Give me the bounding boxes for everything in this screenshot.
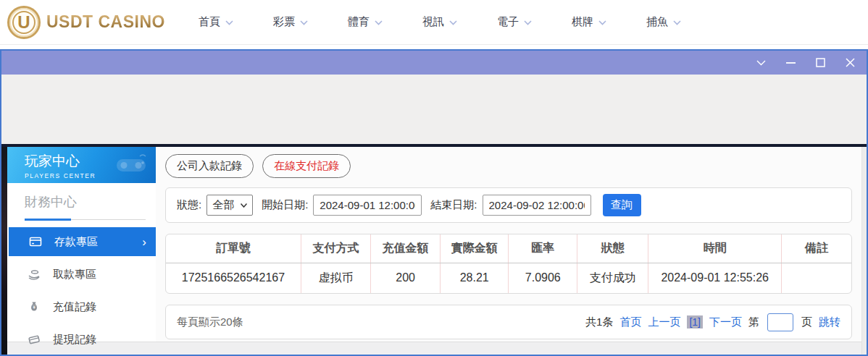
- next-page-link[interactable]: 下一页: [709, 315, 742, 329]
- brand-name: USDT CASINO: [46, 12, 165, 32]
- chevron-down-icon: [524, 20, 532, 25]
- nav-item-live[interactable]: 視訊: [422, 15, 457, 29]
- table-row: 1725166526542167 虚拟币 200 28.21 7.0906 支付…: [166, 263, 851, 293]
- table-header-row: 訂單號 支付方式 充值金額 實際金額 匯率 狀態 時間 備註: [166, 234, 851, 263]
- chevron-down-icon: [598, 20, 606, 25]
- cell-time: 2024-09-01 12:55:26: [648, 263, 782, 293]
- close-icon[interactable]: [845, 58, 855, 68]
- total-count: 共1条: [585, 315, 613, 329]
- cell-order-no: 1725166526542167: [166, 263, 301, 293]
- hand-money-icon: [28, 268, 41, 281]
- sidebar-item-deposit[interactable]: 存款專區 ›: [9, 227, 156, 256]
- records-table: 訂單號 支付方式 充值金額 實際金額 匯率 狀態 時間 備註: [166, 234, 851, 293]
- tab-online-payment-record[interactable]: 在線支付記錄: [262, 154, 351, 178]
- sidebar-item-recharge-record[interactable]: ¥ 充值記錄: [7, 292, 156, 321]
- jump-suffix-label: 页: [801, 315, 812, 329]
- maximize-icon[interactable]: [815, 58, 825, 68]
- col-time: 時間: [648, 234, 782, 263]
- cell-recharge-amount: 200: [371, 263, 441, 293]
- jump-action-link[interactable]: 跳转: [819, 315, 840, 329]
- nav-label: 棋牌: [572, 15, 593, 29]
- brand-logo[interactable]: U USDT CASINO: [7, 6, 165, 39]
- chevron-down-icon: [300, 20, 308, 25]
- nav-label: 視訊: [422, 15, 444, 29]
- chevron-down-icon: [241, 201, 247, 209]
- record-tabs: 公司入款記錄 在線支付記錄: [165, 154, 867, 178]
- col-payment-method: 支付方式: [301, 234, 370, 263]
- sidebar-item-withdrawal-record[interactable]: 提現記錄: [7, 325, 156, 354]
- sidebar-item-label: 提現記錄: [53, 333, 96, 347]
- sidebar-item-label: 取款專區: [53, 268, 96, 281]
- collapse-icon[interactable]: [756, 58, 766, 68]
- page-size-text: 每頁顯示20條: [177, 315, 243, 329]
- start-date-label: 開始日期:: [262, 198, 308, 212]
- chevron-down-icon: [449, 20, 457, 25]
- sidebar-item-label: 存款專區: [54, 235, 98, 249]
- col-remark: 備註: [781, 234, 851, 263]
- nav-item-slots[interactable]: 電子: [497, 15, 532, 29]
- money-bag-icon: ¥: [28, 300, 41, 313]
- main-menu: 首頁 彩票 體育 視訊 電子 棋牌 捕魚: [199, 15, 681, 29]
- end-date-input[interactable]: [483, 195, 591, 216]
- nav-label: 彩票: [273, 15, 295, 29]
- first-page-link[interactable]: 首页: [619, 315, 641, 329]
- player-center-window: 玩家中心 PLAYERS CENTER 財務中心: [0, 49, 868, 356]
- start-date-input[interactable]: [313, 195, 422, 216]
- sidebar-item-label: 充值記錄: [53, 300, 96, 314]
- bank-card-icon: [29, 235, 42, 248]
- filter-bar: 狀態: 全部 開始日期: 結束日期: 查詢: [165, 187, 852, 223]
- sidebar-menu: 存款專區 › 取款專區 ¥: [7, 227, 156, 354]
- nav-item-lottery[interactable]: 彩票: [273, 15, 308, 29]
- records-table-panel: 訂單號 支付方式 充值金額 實際金額 匯率 狀態 時間 備註: [165, 234, 852, 294]
- nav-label: 首頁: [199, 15, 220, 29]
- window-empty-area: [1, 75, 867, 144]
- cell-payment-method: 虚拟币: [301, 263, 370, 293]
- status-select[interactable]: 全部: [206, 195, 253, 216]
- current-page-badge[interactable]: [1]: [687, 315, 703, 329]
- nav-label: 體育: [348, 15, 370, 29]
- nav-item-fishing[interactable]: 捕魚: [646, 15, 681, 29]
- col-order-no: 訂單號: [166, 234, 301, 263]
- minimize-icon[interactable]: [785, 58, 796, 68]
- chevron-down-icon: [225, 20, 233, 25]
- wallet-icon: [28, 333, 41, 346]
- logo-letter: U: [12, 11, 36, 34]
- svg-text:¥: ¥: [33, 305, 36, 310]
- background-strip: [1, 147, 7, 355]
- nav-item-home[interactable]: 首頁: [199, 15, 233, 29]
- chevron-down-icon: [375, 20, 383, 25]
- cell-exchange-rate: 7.0906: [509, 263, 577, 293]
- scrollbar[interactable]: [861, 147, 867, 355]
- pagination-bar: 每頁顯示20條 共1条 首页 上一页 [1] 下一页 第 页 跳转: [165, 305, 852, 339]
- gamepad-icon: [112, 153, 150, 178]
- tab-company-deposit-record[interactable]: 公司入款記錄: [165, 154, 254, 178]
- end-date-label: 結束日期:: [430, 198, 477, 212]
- col-actual-amount: 實際金額: [440, 234, 509, 263]
- prev-page-link[interactable]: 上一页: [648, 315, 680, 329]
- window-titlebar: [1, 51, 867, 75]
- page-jump-input[interactable]: [767, 313, 793, 331]
- nav-item-sports[interactable]: 體育: [348, 15, 383, 29]
- sidebar-item-withdraw[interactable]: 取款專區: [7, 260, 156, 289]
- pagination-controls: 共1条 首页 上一页 [1] 下一页 第 页 跳转: [585, 313, 840, 331]
- top-navbar: U USDT CASINO 首頁 彩票 體育 視訊 電子 棋牌 捕魚: [0, 0, 868, 45]
- cell-actual-amount: 28.21: [440, 263, 509, 293]
- jump-prefix-label: 第: [748, 315, 759, 329]
- sidebar-section-title: 財務中心: [25, 193, 156, 211]
- chevron-down-icon: [673, 20, 681, 25]
- nav-label: 電子: [497, 15, 519, 29]
- cell-remark: [781, 263, 851, 293]
- sidebar-header: 玩家中心 PLAYERS CENTER: [7, 147, 156, 183]
- status-select-value: 全部: [212, 198, 234, 212]
- main-content: 公司入款記錄 在線支付記錄 狀態: 全部 開始日期: 結束日期: 查詢: [156, 147, 867, 342]
- col-exchange-rate: 匯率: [509, 234, 577, 263]
- cell-status: 支付成功: [577, 263, 648, 293]
- nav-item-chess[interactable]: 棋牌: [572, 15, 606, 29]
- status-label: 狀態:: [177, 198, 201, 212]
- col-recharge-amount: 充值金額: [371, 234, 441, 263]
- logo-icon: U: [7, 6, 41, 39]
- section-underline: [25, 218, 146, 220]
- sidebar: 玩家中心 PLAYERS CENTER 財務中心: [7, 147, 156, 342]
- search-button[interactable]: 查詢: [603, 194, 641, 216]
- chevron-right-icon: ›: [142, 236, 146, 248]
